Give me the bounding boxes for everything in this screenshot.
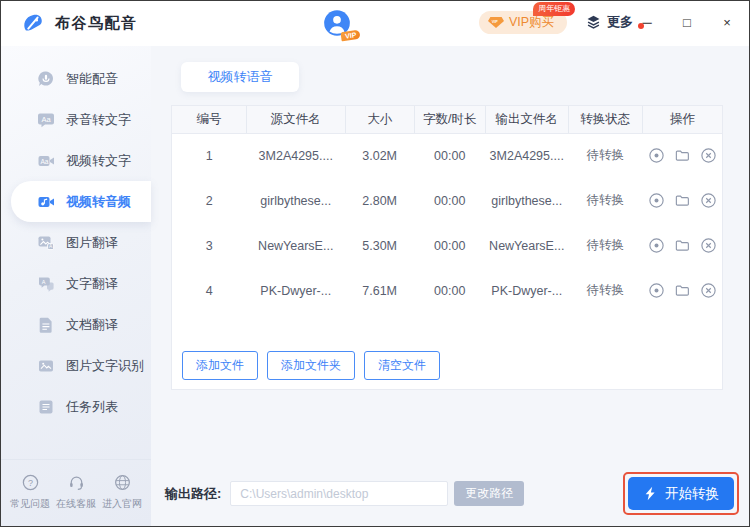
cell-size: 7.61M: [345, 268, 414, 313]
cell-status: 待转换: [568, 178, 642, 223]
main-content: 视频转语音 编号源文件名大小字数/时长输出文件名转换状态操作 13M2A4295…: [151, 46, 749, 526]
open-folder-icon[interactable]: [674, 237, 691, 254]
column-header-6: 操作: [642, 106, 722, 133]
cell-status: 待转换: [568, 133, 642, 178]
globe-icon: [113, 473, 132, 492]
app-window: 布谷鸟配音 VIP VIP VIP购买 周年钜惠: [0, 0, 750, 527]
column-header-4: 输出文件名: [486, 106, 569, 133]
svg-text:A: A: [42, 278, 46, 284]
remove-icon[interactable]: [700, 237, 717, 254]
start-convert-label: 开始转换: [665, 485, 719, 503]
cell-duration: 00:00: [414, 268, 486, 313]
video-to-text-icon: Aa: [37, 152, 55, 170]
cell-duration: 00:00: [414, 133, 486, 178]
app-logo-bird-icon: [19, 10, 46, 37]
voice-bubble-icon: [37, 70, 55, 88]
column-header-0: 编号: [172, 106, 246, 133]
app-title: 布谷鸟配音: [55, 14, 138, 33]
customer-service-icon: [67, 473, 86, 492]
vip-gem-icon: VIP: [488, 16, 504, 29]
svg-text:Aa: Aa: [40, 157, 48, 164]
tab-video-to-speech[interactable]: 视频转语音: [181, 62, 299, 92]
vip-purchase-button[interactable]: VIP VIP购买 周年钜惠: [479, 11, 567, 34]
cell-actions: [642, 178, 722, 223]
output-path-input[interactable]: [230, 481, 448, 506]
text-translate-icon: A: [37, 275, 55, 293]
preview-icon[interactable]: [648, 237, 665, 254]
open-folder-icon[interactable]: [674, 192, 691, 209]
logo-group: 布谷鸟配音: [19, 10, 138, 37]
doc-translate-icon: [37, 316, 55, 334]
more-label: 更多: [607, 13, 633, 31]
preview-icon[interactable]: [648, 282, 665, 299]
cell-size: 2.80M: [345, 178, 414, 223]
image-translate-icon: A: [37, 234, 55, 252]
cell-source: 3M2A4295....: [246, 133, 345, 178]
vip-promo-badge: 周年钜惠: [533, 2, 575, 16]
cell-actions: [642, 268, 722, 313]
cell-actions: [642, 223, 722, 268]
cell-output: NewYearsE...: [486, 223, 569, 268]
sidebar-item-image-translate[interactable]: A 图片翻译: [1, 222, 151, 263]
svg-text:Aa: Aa: [42, 114, 52, 123]
cell-no: 4: [172, 268, 246, 313]
question-icon: ?: [21, 473, 40, 492]
audio-to-text-icon: Aa: [37, 111, 55, 129]
layers-icon: [585, 14, 602, 31]
change-path-button[interactable]: 更改路径: [454, 481, 524, 506]
cell-output: 3M2A4295....: [486, 133, 569, 178]
video-to-audio-icon: [37, 193, 55, 211]
sidebar-menu: 智能配音 Aa 录音转文字 Aa 视频转文字 视频转音频 A 图片翻译 A 文字…: [1, 46, 151, 427]
close-button[interactable]: ×: [719, 14, 735, 32]
bottom-bar: 输出路径: 更改路径 开始转换: [165, 472, 723, 515]
sidebar-item-doc-translate[interactable]: 文档翻译: [1, 304, 151, 345]
file-list-panel: 编号源文件名大小字数/时长输出文件名转换状态操作 13M2A4295....3.…: [171, 105, 723, 390]
cell-no: 1: [172, 133, 246, 178]
remove-icon[interactable]: [700, 282, 717, 299]
table-body: 13M2A4295....3.02M00:003M2A4295....待转换2g…: [172, 133, 722, 313]
sidebar-item-audio-to-text[interactable]: Aa 录音转文字: [1, 99, 151, 140]
maximize-button[interactable]: □: [679, 14, 695, 32]
table-row: 13M2A4295....3.02M00:003M2A4295....待转换: [172, 133, 722, 178]
sidebar-footer-website[interactable]: 进入官网: [102, 473, 142, 511]
svg-text:VIP: VIP: [492, 20, 498, 24]
window-controls: ─ □ ×: [639, 14, 735, 32]
sidebar-footer-faq[interactable]: ? 常见问题: [10, 473, 50, 511]
column-header-3: 字数/时长: [414, 106, 486, 133]
cell-source: NewYearsE...: [246, 223, 345, 268]
add-folder-button[interactable]: 添加文件夹: [267, 351, 355, 380]
sidebar-item-task-list[interactable]: 任务列表: [1, 386, 151, 427]
cell-no: 2: [172, 178, 246, 223]
preview-icon[interactable]: [648, 147, 665, 164]
clear-files-button[interactable]: 清空文件: [364, 351, 440, 380]
titlebar: 布谷鸟配音 VIP VIP VIP购买 周年钜惠: [1, 1, 749, 46]
sidebar-item-image-ocr[interactable]: 图片文字识别: [1, 345, 151, 386]
cell-output: PK-Dwyer-...: [486, 268, 569, 313]
sidebar-item-video-to-text[interactable]: Aa 视频转文字: [1, 140, 151, 181]
sidebar-item-ai-dubbing[interactable]: 智能配音: [1, 58, 151, 99]
remove-icon[interactable]: [700, 192, 717, 209]
cell-status: 待转换: [568, 268, 642, 313]
open-folder-icon[interactable]: [674, 282, 691, 299]
cell-size: 3.02M: [345, 133, 414, 178]
sidebar-item-text-translate[interactable]: A 文字翻译: [1, 263, 151, 304]
task-list-icon: [37, 398, 55, 416]
cell-source: PK-Dwyer-...: [246, 268, 345, 313]
table-row: 4PK-Dwyer-...7.61M00:00PK-Dwyer-...待转换: [172, 268, 722, 313]
table-row: 2girlbythese...2.80M00:00girlbythese...待…: [172, 178, 722, 223]
start-convert-button[interactable]: 开始转换: [628, 477, 734, 510]
cell-output: girlbythese...: [486, 178, 569, 223]
avatar-vip-badge: VIP: [340, 30, 360, 42]
minimize-button[interactable]: ─: [639, 14, 655, 32]
annotation-highlight-box: 开始转换: [623, 472, 739, 515]
remove-icon[interactable]: [700, 147, 717, 164]
panel-actions: 添加文件添加文件夹清空文件: [182, 351, 440, 380]
add-file-button[interactable]: 添加文件: [182, 351, 258, 380]
output-path-label: 输出路径:: [165, 485, 221, 503]
sidebar-item-video-to-audio[interactable]: 视频转音频: [11, 181, 151, 222]
sidebar-footer-support[interactable]: 在线客服: [56, 473, 96, 511]
preview-icon[interactable]: [648, 192, 665, 209]
user-avatar[interactable]: VIP: [323, 9, 351, 37]
open-folder-icon[interactable]: [674, 147, 691, 164]
more-menu-button[interactable]: 更多: [585, 13, 644, 31]
